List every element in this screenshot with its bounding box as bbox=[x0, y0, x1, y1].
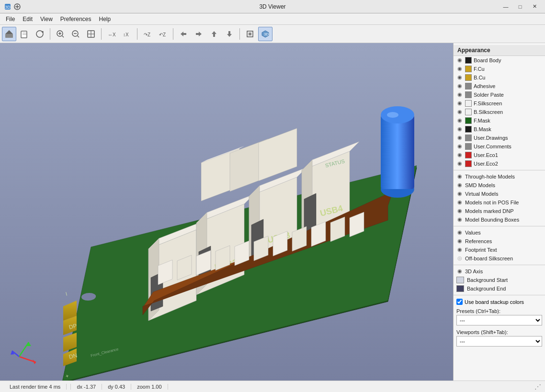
layer-fcu[interactable]: ◉ F.Cu bbox=[454, 65, 545, 73]
pan-left-btn[interactable] bbox=[176, 27, 191, 41]
svg-marker-27 bbox=[212, 31, 216, 37]
annotation-offboard-silk[interactable]: ◎ Off-board Silkscreen bbox=[454, 254, 545, 263]
divider-1 bbox=[454, 170, 545, 170]
model-thru-hole[interactable]: ◉ Through-hole Models bbox=[454, 172, 545, 181]
pan-down-btn[interactable] bbox=[222, 27, 237, 41]
layer-name: User.Comments bbox=[474, 144, 511, 149]
stackup-cb-item[interactable]: Use board stackup colors bbox=[454, 297, 545, 306]
color-swatch[interactable] bbox=[465, 66, 472, 72]
annotation-name: Off-board Silkscreen bbox=[465, 256, 513, 261]
color-swatch[interactable] bbox=[465, 143, 472, 150]
layer-eco1[interactable]: ◉ User.Eco1 bbox=[454, 151, 545, 159]
model-not-in-pos[interactable]: ◉ Models not in POS File bbox=[454, 198, 545, 207]
view-3d-btn[interactable]: 3D bbox=[258, 27, 272, 41]
zoom-value: zoom 1.00 bbox=[131, 384, 168, 390]
annotation-fp-text[interactable]: ◉ Footprint Text bbox=[454, 246, 545, 254]
rotate-cw-btn[interactable]: ↷Z bbox=[140, 27, 155, 41]
maximize-button[interactable]: □ bbox=[513, 2, 527, 11]
visibility-icon: ◉ bbox=[456, 152, 463, 158]
layer-name: B.Mask bbox=[474, 126, 491, 132]
layer-bsilk[interactable]: ◉ B.Silkscreen bbox=[454, 108, 545, 116]
presets-select[interactable]: --- bbox=[456, 315, 542, 325]
zoom-in-btn[interactable] bbox=[53, 27, 68, 41]
layer-adhesive[interactable]: ◉ Adhesive bbox=[454, 82, 545, 90]
color-swatch[interactable] bbox=[465, 134, 472, 141]
svg-text:3D: 3D bbox=[264, 32, 269, 36]
divider-3 bbox=[454, 265, 545, 265]
close-button[interactable]: ✕ bbox=[528, 2, 541, 11]
svg-line-14 bbox=[62, 36, 64, 37]
color-swatch[interactable] bbox=[465, 152, 472, 158]
visibility-icon: ◉ bbox=[456, 160, 463, 167]
stackup-checkbox[interactable] bbox=[456, 299, 463, 305]
svg-point-86 bbox=[387, 112, 398, 118]
color-swatch[interactable] bbox=[465, 74, 472, 81]
annotation-values[interactable]: ◉ Values bbox=[454, 228, 545, 237]
bg-end[interactable]: Background End bbox=[454, 284, 545, 293]
color-swatch[interactable] bbox=[465, 83, 472, 90]
color-swatch[interactable] bbox=[465, 91, 472, 98]
viewports-select[interactable]: --- bbox=[456, 336, 542, 347]
layer-solderpaste[interactable]: ◉ Solder Paste bbox=[454, 90, 545, 99]
annotation-references[interactable]: ◉ References bbox=[454, 237, 545, 246]
flip-y-btn[interactable]: ↕X bbox=[120, 27, 134, 41]
layer-eco2[interactable]: ◉ User.Eco2 bbox=[454, 159, 545, 168]
bg-start-label: Background Start bbox=[467, 277, 508, 283]
layer-name: B.Silkscreen bbox=[474, 109, 503, 115]
pan-right-btn[interactable] bbox=[192, 27, 206, 41]
app-icons: 3D bbox=[4, 3, 21, 11]
flip-x-btn[interactable]: ↔X bbox=[104, 27, 119, 41]
toolbar-file-btn[interactable] bbox=[17, 27, 32, 41]
color-swatch[interactable] bbox=[465, 57, 472, 64]
menu-edit[interactable]: Edit bbox=[19, 15, 36, 23]
color-swatch[interactable] bbox=[465, 126, 472, 133]
visibility-icon: ◉ bbox=[456, 190, 463, 197]
divider-4 bbox=[454, 295, 545, 295]
color-swatch[interactable] bbox=[465, 160, 472, 167]
bg-start[interactable]: Background Start bbox=[454, 276, 545, 284]
separator-5 bbox=[239, 28, 240, 40]
layer-userdraw[interactable]: ◉ User.Drawings bbox=[454, 134, 545, 142]
visibility-icon: ◉ bbox=[456, 83, 463, 90]
layer-fsilk[interactable]: ◉ F.Silkscreen bbox=[454, 99, 545, 108]
color-swatch[interactable] bbox=[465, 100, 472, 107]
color-swatch[interactable] bbox=[465, 117, 472, 124]
layer-usercomments[interactable]: ◉ User.Comments bbox=[454, 142, 545, 151]
model-dnp[interactable]: ◉ Models marked DNP bbox=[454, 207, 545, 215]
layer-fmask[interactable]: ◉ F.Mask bbox=[454, 116, 545, 125]
zoom-fit-btn[interactable] bbox=[84, 27, 98, 41]
layer-board-body[interactable]: ◉ Board Body bbox=[454, 56, 545, 65]
layer-bmask[interactable]: ◉ B.Mask bbox=[454, 125, 545, 134]
viewports-label: Viewports (Shift+Tab): bbox=[456, 329, 542, 335]
3d-viewport[interactable]: DP DN I + USB1 bbox=[0, 43, 453, 381]
color-swatch[interactable] bbox=[465, 109, 472, 115]
menu-help[interactable]: Help bbox=[95, 15, 115, 23]
model-name: Through-hole Models bbox=[465, 174, 515, 179]
rotate-ccw-btn[interactable]: ↶Z bbox=[156, 27, 170, 41]
misc-3daxis[interactable]: ◉ 3D Axis bbox=[454, 267, 545, 276]
zoom-out-btn[interactable] bbox=[68, 27, 83, 41]
toolbar: ↔X ↕X ↷Z ↶Z 3D bbox=[0, 25, 545, 43]
toolbar-mode-btn[interactable] bbox=[2, 27, 16, 41]
bg-start-swatch[interactable] bbox=[456, 277, 464, 283]
model-bounding-boxes[interactable]: ◉ Model Bounding Boxes bbox=[454, 215, 545, 224]
svg-text:↶Z: ↶Z bbox=[159, 32, 166, 37]
layer-name: Solder Paste bbox=[474, 92, 504, 98]
menu-file[interactable]: File bbox=[2, 15, 19, 23]
render-time: Last render time 4 ms bbox=[4, 384, 67, 390]
visibility-icon: ◉ bbox=[456, 91, 463, 98]
bg-end-swatch[interactable] bbox=[456, 285, 464, 292]
model-virtual[interactable]: ◉ Virtual Models bbox=[454, 190, 545, 198]
layer-name: Board Body bbox=[474, 57, 501, 63]
view-top-btn[interactable] bbox=[243, 27, 257, 41]
pan-up-btn[interactable] bbox=[207, 27, 221, 41]
svg-text:3D: 3D bbox=[5, 5, 11, 10]
presets-section: Presets (Ctrl+Tab): --- bbox=[454, 306, 545, 327]
layer-bcu[interactable]: ◉ B.Cu bbox=[454, 73, 545, 82]
misc-name: 3D Axis bbox=[465, 269, 483, 274]
menu-view[interactable]: View bbox=[36, 15, 57, 23]
model-smd[interactable]: ◉ SMD Models bbox=[454, 181, 545, 190]
menu-preferences[interactable]: Preferences bbox=[57, 15, 95, 23]
toolbar-rotate-btn[interactable] bbox=[33, 27, 47, 41]
minimize-button[interactable]: — bbox=[499, 2, 512, 11]
